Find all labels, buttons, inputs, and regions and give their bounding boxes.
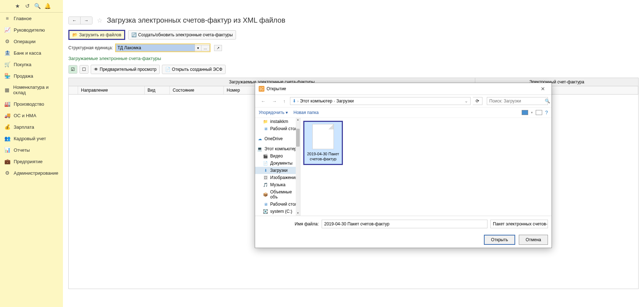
cloud-icon: ☁	[257, 137, 262, 141]
favorite-icon[interactable]: ☆	[97, 17, 103, 24]
tree-scrollbar[interactable]: ▴ ▾	[296, 118, 300, 216]
sidebar-label: Отчеты	[14, 147, 30, 153]
filename-input[interactable]	[322, 220, 487, 228]
scroll-thumb[interactable]	[296, 129, 300, 147]
view-dropdown-icon[interactable]: ▾	[531, 111, 533, 114]
cube-icon: 📦	[263, 192, 268, 197]
view-icons-button[interactable]	[522, 110, 528, 115]
folder-open-icon: 📂	[72, 32, 78, 37]
money-icon: 💰	[4, 124, 10, 130]
sidebar-label: Покупка	[14, 62, 31, 67]
sidebar-item-salary[interactable]: 💰Зарплата	[0, 121, 63, 133]
tree-data-e[interactable]: 💽data (E:)	[255, 215, 300, 216]
organize-button[interactable]: Упорядочить ▾	[259, 110, 288, 115]
refresh-button[interactable]: ⟳	[473, 97, 482, 105]
tree-desktop[interactable]: 🖥Рабочий стол	[255, 125, 300, 132]
sidebar-label: ОС и НМА	[14, 113, 36, 118]
th-direction[interactable]: Направление	[78, 86, 145, 94]
scroll-down-icon[interactable]: ▾	[296, 211, 300, 216]
th-check[interactable]	[69, 86, 78, 94]
sidebar-item-production[interactable]: 🏭Производство	[0, 98, 63, 110]
apps-icon[interactable]	[4, 3, 11, 10]
check-all-button[interactable]: ☑	[68, 65, 77, 74]
tree-label: system (C:)	[270, 209, 292, 214]
dialog-body: 📁instaikkm 🖥Рабочий стол ☁OneDrive 💻Этот…	[255, 118, 552, 216]
case-icon: 💼	[4, 159, 10, 164]
sidebar-item-enterprise[interactable]: 💼Предприятие	[0, 156, 63, 167]
home-icon: ≡	[4, 15, 10, 21]
bc-computer[interactable]: Этот компьютер	[300, 98, 332, 104]
scroll-up-icon[interactable]: ▴	[296, 118, 300, 122]
back-button[interactable]: ←	[69, 17, 80, 24]
struct-more-button[interactable]: …	[201, 45, 210, 51]
nav-up-button[interactable]: ↑	[281, 98, 288, 105]
file-item-selected[interactable]: 2019-04-30 Пакет счетов-фактур	[303, 121, 343, 165]
bank-icon: 🏦	[4, 50, 10, 56]
desktop-icon: 🖥	[263, 202, 268, 206]
nav-back-button[interactable]: ←	[259, 98, 268, 105]
sidebar-item-reports[interactable]: 📊Отчеты	[0, 144, 63, 156]
open-button[interactable]: Открыть	[484, 235, 515, 245]
sidebar-label: Главное	[14, 16, 32, 21]
tree-system-c[interactable]: 💽system (C:)	[255, 208, 300, 215]
search-icon[interactable]: 🔍	[34, 3, 41, 10]
forward-button[interactable]: →	[80, 17, 92, 24]
sidebar-item-operations[interactable]: ⚙Операции	[0, 36, 63, 47]
uncheck-all-button[interactable]: ☐	[80, 65, 89, 74]
tree-label: Этот компьютер	[264, 146, 297, 151]
struct-input[interactable]	[116, 44, 195, 51]
view-details-button[interactable]	[536, 110, 542, 115]
close-button[interactable]: ✕	[538, 85, 548, 92]
breadcrumb[interactable]: ⬇ › Этот компьютер › Загрузки ⌄	[290, 97, 471, 105]
folder-tree: 📁instaikkm 🖥Рабочий стол ☁OneDrive 💻Этот…	[255, 118, 300, 216]
download-arrow-icon: ⬇	[292, 98, 296, 104]
struct-container: ▾ …	[115, 43, 210, 52]
struct-dropdown-button[interactable]: ▾	[195, 45, 201, 51]
sidebar-item-admin[interactable]: ⚙Администрирование	[0, 167, 63, 179]
tree-onedrive[interactable]: ☁OneDrive	[255, 135, 300, 142]
create-update-button[interactable]: 🔄Создать/обновить электронные счета-факт…	[128, 30, 236, 40]
tree-video[interactable]: 🎬Видео	[255, 152, 300, 160]
dialog-nav: ← → ↑ ⬇ › Этот компьютер › Загрузки ⌄ ⟳ …	[255, 95, 552, 107]
sidebar-item-bank[interactable]: 🏦Банк и касса	[0, 47, 63, 59]
nav-forward-button[interactable]: →	[270, 98, 279, 105]
section-title: Загружаемые электронные счета-фактуры	[63, 54, 644, 63]
file-thumb-icon	[312, 124, 334, 149]
sidebar-item-main[interactable]: ≡Главное	[0, 13, 63, 24]
tree-desktop2[interactable]: 🖥Рабочий стол	[255, 201, 300, 208]
sidebar-item-os[interactable]: 🚚ОС и НМА	[0, 110, 63, 121]
open-esf-button[interactable]: 📄Открыть созданный ЭСФ	[162, 65, 226, 74]
sidebar-item-sale[interactable]: 🏪Продажа	[0, 70, 63, 82]
bc-downloads[interactable]: Загрузки	[336, 98, 354, 104]
tree-music[interactable]: 🎵Музыка	[255, 181, 300, 188]
cancel-button[interactable]: Отмена	[519, 235, 548, 245]
sidebar-item-hr[interactable]: 👥Кадровый учет	[0, 133, 63, 144]
search-input[interactable]	[489, 98, 543, 104]
tree-volumes[interactable]: 📦Объемные объ	[255, 188, 300, 201]
filter-dropdown[interactable]: Пакет электронных счетов-фа ⌄	[490, 220, 548, 228]
tree-downloads[interactable]: ⬇Загрузки	[255, 167, 300, 174]
dialog-titlebar: 1C Открытие ✕	[255, 83, 552, 95]
people-icon: 👥	[4, 136, 10, 141]
th-type[interactable]: Вид	[145, 86, 170, 94]
tree-images[interactable]: 🖼Изображения	[255, 174, 300, 181]
star-icon[interactable]: ★	[14, 3, 21, 10]
tree-documents[interactable]: 📄Документы	[255, 160, 300, 167]
download-icon: ⬇	[263, 168, 268, 173]
computer-icon: 💻	[257, 147, 262, 151]
bc-dropdown-icon[interactable]: ⌄	[464, 98, 468, 104]
help-icon[interactable]: ?	[545, 110, 548, 115]
search-box[interactable]: 🔍	[487, 97, 548, 105]
tree-computer[interactable]: 💻Этот компьютер	[255, 145, 300, 152]
tree-instaikkm[interactable]: 📁instaikkm	[255, 118, 300, 125]
history-icon[interactable]: ↺	[24, 3, 31, 10]
sidebar-item-manager[interactable]: 📈Руководителю	[0, 24, 63, 36]
preview-button[interactable]: 👁Предварительный просмотр	[91, 65, 160, 74]
bell-icon[interactable]: 🔔	[44, 3, 51, 10]
th-state[interactable]: Состояние	[170, 86, 224, 94]
new-folder-button[interactable]: Новая папка	[294, 110, 319, 115]
sidebar-item-purchase[interactable]: 🛒Покупка	[0, 59, 63, 70]
struct-open-button[interactable]: ↗	[214, 45, 222, 51]
sidebar-item-nomenclature[interactable]: ▦Номенклатура и склад	[0, 82, 63, 98]
load-from-files-button[interactable]: 📂Загрузить из файлов	[68, 30, 125, 40]
